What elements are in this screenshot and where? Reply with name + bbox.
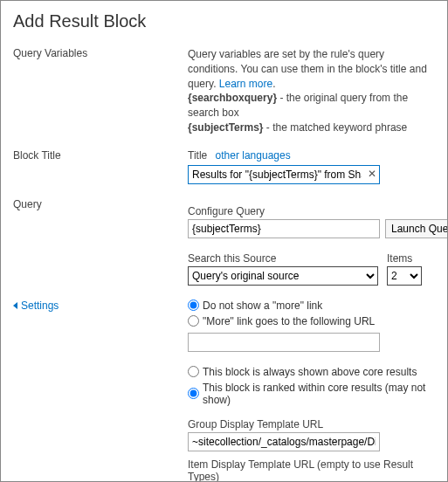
configure-query-label: Configure Query bbox=[188, 205, 448, 217]
section-block-title: Block Title Title other languages ✕ bbox=[13, 149, 435, 184]
query-variables-heading: Query Variables bbox=[13, 47, 188, 59]
launch-query-builder-button[interactable]: Launch Query Builder bbox=[385, 219, 448, 238]
section-settings: Settings Do not show a "more" link "More… bbox=[13, 300, 435, 482]
item-template-label: Item Display Template URL (empty to use … bbox=[188, 458, 435, 482]
search-source-select[interactable]: Query's original source bbox=[188, 266, 378, 286]
title-input[interactable] bbox=[188, 165, 380, 184]
learn-more-link[interactable]: Learn more bbox=[219, 78, 272, 90]
radio-more-url[interactable] bbox=[188, 315, 199, 327]
group-template-input[interactable] bbox=[188, 432, 380, 451]
radio-above-core-label: This block is always shown above core re… bbox=[203, 366, 417, 378]
caret-icon bbox=[13, 302, 17, 309]
radio-no-more-link-label: Do not show a "more" link bbox=[203, 300, 322, 312]
radio-ranked-core[interactable] bbox=[188, 388, 199, 399]
block-title-heading: Block Title bbox=[13, 149, 188, 162]
query-heading: Query bbox=[13, 198, 188, 210]
section-query-variables: Query Variables Query variables are set … bbox=[13, 47, 435, 135]
more-url-input[interactable] bbox=[188, 333, 380, 352]
var-subjectterms: {subjectTerms} bbox=[188, 121, 263, 134]
settings-heading: Settings bbox=[21, 300, 59, 312]
settings-toggle[interactable]: Settings bbox=[13, 300, 188, 312]
close-icon[interactable]: ✕ bbox=[368, 168, 376, 180]
items-label: Items bbox=[387, 252, 422, 265]
section-query: Query Configure Query Launch Query Build… bbox=[13, 198, 435, 286]
radio-ranked-core-label: This block is ranked within core results… bbox=[203, 382, 435, 406]
radio-no-more-link[interactable] bbox=[188, 300, 199, 311]
items-select[interactable]: 2 bbox=[387, 266, 422, 286]
configure-query-input[interactable] bbox=[188, 219, 380, 238]
title-label: Title bbox=[188, 149, 207, 162]
var-searchboxquery: {searchboxquery} bbox=[188, 92, 277, 104]
radio-more-url-label: "More" link goes to the following URL bbox=[203, 315, 375, 327]
group-template-label: Group Display Template URL bbox=[188, 418, 435, 430]
radio-above-core[interactable] bbox=[188, 366, 199, 377]
search-source-label: Search this Source bbox=[188, 252, 378, 265]
other-languages-link[interactable]: other languages bbox=[216, 149, 291, 162]
page-title: Add Result Block bbox=[13, 11, 435, 31]
